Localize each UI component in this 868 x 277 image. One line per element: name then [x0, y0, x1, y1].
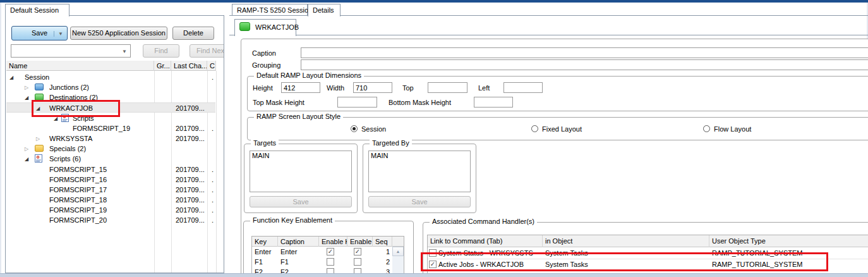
- radio-session[interactable]: [351, 125, 358, 132]
- height-input[interactable]: [281, 82, 320, 93]
- checkbox-checked-icon[interactable]: ✓: [354, 248, 361, 255]
- tree-item-formscript-19[interactable]: FORMSCRIPT_19 201709... .: [6, 123, 215, 133]
- expander-expanded-icon[interactable]: ◢: [9, 73, 13, 83]
- radio-session-label[interactable]: Session: [361, 125, 386, 133]
- tree-item-last-changed: 201709...: [176, 215, 205, 225]
- tree-item-formscript-15[interactable]: FORMSCRIPT_15 201709... .: [6, 164, 215, 175]
- tree-item-junctions[interactable]: ▷ Junctions (2): [6, 82, 215, 92]
- checkbox-unchecked-icon[interactable]: [327, 258, 334, 266]
- radio-fixed-layout-label[interactable]: Fixed Layout: [542, 125, 582, 133]
- caption-label: Caption: [252, 49, 276, 57]
- function-keys-header: Key Caption Enable K Enable Seq: [252, 237, 404, 247]
- junctions-icon: [35, 83, 44, 90]
- fk-scrollbar[interactable]: ▲: [392, 247, 404, 276]
- grouping-input[interactable]: [301, 59, 868, 70]
- tree-item-formscript-20[interactable]: FORMSCRIPT_20 201709... .: [6, 215, 215, 225]
- tree-item-c: .: [212, 215, 214, 225]
- left-input[interactable]: [503, 82, 543, 93]
- targets-listbox[interactable]: MAIN: [250, 151, 352, 192]
- table-row[interactable]: F1 F1 2: [252, 257, 392, 267]
- scroll-up-icon[interactable]: ▲: [392, 247, 404, 256]
- ch-col-type[interactable]: User Object Type: [709, 235, 868, 247]
- tab-ramp-ts-session-label: RAMP-TS 5250 Session: [237, 6, 312, 14]
- tree-item-formscript-18[interactable]: FORMSCRIPT_18 201709... .: [6, 195, 215, 205]
- caption-input[interactable]: [301, 47, 868, 58]
- top-mask-height-input[interactable]: [337, 97, 377, 108]
- dimensions-group: Default RAMP Layout Dimensions Height Wi…: [247, 76, 868, 111]
- tree-item-c: .: [212, 205, 214, 215]
- combobox-dropdown-icon[interactable]: ▼: [122, 49, 127, 54]
- find-combobox[interactable]: ▼: [11, 44, 131, 58]
- command-handlers-header: Link to Command (Tab) in Object User Obj…: [428, 235, 868, 247]
- radio-flow-layout[interactable]: [703, 125, 710, 132]
- tree-item-formscript-17[interactable]: FORMSCRIPT_17 201709... .: [6, 185, 215, 195]
- tree-item-scripts-6[interactable]: ◢ Scripts (6): [6, 154, 215, 164]
- tree-column-c[interactable]: C: [207, 61, 216, 71]
- object-tab-strip-border: [229, 35, 868, 35]
- tree-item-wrksyssta[interactable]: ▷ WRKSYSSTA 201709...: [6, 133, 215, 144]
- radio-flow-layout-label[interactable]: Flow Layout: [714, 125, 751, 133]
- tree-item-label: FORMSCRIPT_15: [49, 164, 107, 175]
- targets-item[interactable]: MAIN: [252, 152, 270, 159]
- tab-default-session[interactable]: Default Session: [5, 4, 69, 16]
- tab-details-label: Details: [313, 6, 334, 14]
- tree-item-last-changed: 201709...: [176, 164, 205, 175]
- highlight-box-wrkactjob-tree: [32, 100, 120, 117]
- targeted-by-item[interactable]: MAIN: [371, 152, 389, 159]
- expander-expanded-icon[interactable]: ◢: [25, 154, 28, 164]
- tree-item-specials[interactable]: ▷ Specials (2): [6, 144, 215, 154]
- expander-expanded-icon[interactable]: ◢: [25, 93, 28, 103]
- fk-col-enable2[interactable]: Enable: [347, 237, 373, 247]
- checkbox-checked-icon[interactable]: ✓: [327, 248, 334, 255]
- bottom-mask-height-input[interactable]: [474, 97, 513, 108]
- tree-item-label: Scripts (6): [49, 154, 81, 164]
- radio-fixed-layout[interactable]: [531, 125, 538, 132]
- save-button[interactable]: Save ▼: [11, 26, 68, 40]
- ch-col-link[interactable]: Link to Command (Tab): [428, 235, 543, 247]
- targets-group-title: Targets: [251, 139, 279, 147]
- targeted-by-listbox[interactable]: MAIN: [368, 151, 471, 192]
- save-dropdown-icon[interactable]: ▼: [54, 31, 63, 37]
- fk-caption: F1: [278, 257, 319, 267]
- checkbox-unchecked-icon[interactable]: [354, 258, 361, 266]
- tree-item-last-changed: 201709...: [176, 103, 205, 113]
- ch-col-object[interactable]: in Object: [543, 235, 709, 247]
- find-button[interactable]: Find: [143, 44, 179, 58]
- tree-item-last-changed: 201709...: [176, 205, 205, 215]
- tree-column-name[interactable]: Name: [6, 61, 154, 71]
- tab-details[interactable]: Details: [308, 4, 341, 16]
- tree-item-last-changed: 201709...: [176, 195, 205, 205]
- targeted-by-group: Targeted By MAIN Save: [363, 144, 476, 213]
- fk-col-seq[interactable]: Seq: [373, 237, 392, 247]
- window-bottom-border: [0, 273, 868, 277]
- delete-button[interactable]: Delete: [172, 27, 214, 40]
- top-input[interactable]: [428, 82, 467, 93]
- targets-save-button[interactable]: Save: [250, 196, 352, 207]
- fk-col-enable1[interactable]: Enable K: [319, 237, 347, 247]
- tree-column-group[interactable]: Gr...: [154, 61, 171, 71]
- green-session-icon: [239, 22, 250, 31]
- fk-col-caption[interactable]: Caption: [278, 237, 319, 247]
- script-icon: [35, 154, 42, 165]
- expander-collapsed-icon[interactable]: ▷: [36, 134, 40, 144]
- targeted-by-save-button[interactable]: Save: [368, 196, 471, 207]
- tree-item-label: FORMSCRIPT_20: [49, 215, 107, 225]
- fk-seq: 2: [373, 257, 390, 267]
- tab-object-wrkactjob[interactable]: WRKACTJOB: [234, 19, 296, 36]
- find-next-button[interactable]: Find Nex: [190, 44, 224, 58]
- expander-collapsed-icon[interactable]: ▷: [25, 83, 28, 93]
- new-5250-session-button[interactable]: New 5250 Application Session: [70, 27, 167, 40]
- expander-collapsed-icon[interactable]: ▷: [25, 144, 28, 154]
- tree-column-last-changed[interactable]: Last Cha...: [171, 61, 207, 71]
- fk-col-key[interactable]: Key: [252, 237, 278, 247]
- tab-ramp-ts-session[interactable]: RAMP-TS 5250 Session: [232, 4, 308, 16]
- width-input[interactable]: [353, 82, 392, 93]
- tree-item-formscript-16[interactable]: FORMSCRIPT_16 201709... .: [6, 175, 215, 185]
- tree-item-session[interactable]: ◢ Session .: [6, 72, 215, 82]
- fk-key: F1: [252, 257, 278, 267]
- tree-item-label: FORMSCRIPT_18: [49, 195, 107, 205]
- left-label: Left: [478, 84, 490, 92]
- tree-item-formscript-19b[interactable]: FORMSCRIPT_19 201709... .: [6, 205, 215, 215]
- table-row[interactable]: Enter Enter ✓ ✓ 1: [252, 247, 392, 257]
- tree-header: Name Gr... Last Cha... C: [6, 61, 216, 71]
